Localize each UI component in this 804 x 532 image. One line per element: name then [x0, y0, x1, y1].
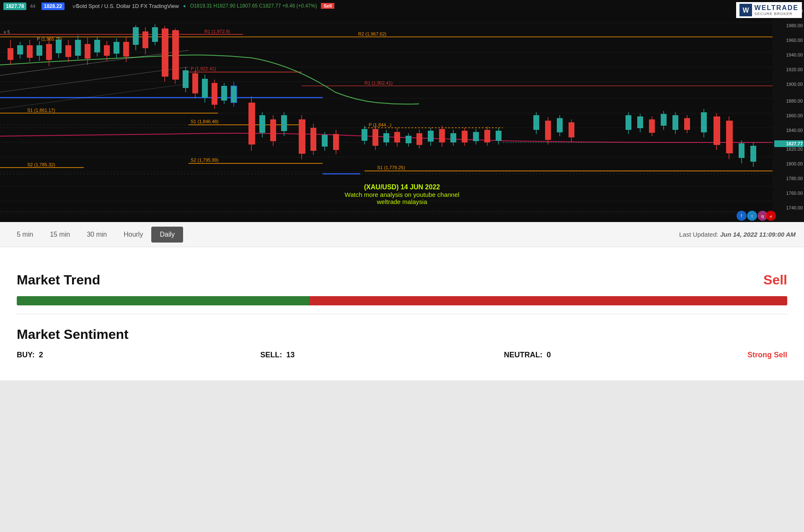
svg-rect-170 [672, 115, 678, 130]
svg-rect-154 [533, 115, 539, 130]
sentiment-sell: SELL: 13 [260, 351, 504, 359]
svg-text:1920.00: 1920.00 [786, 67, 803, 72]
svg-rect-88 [123, 42, 129, 57]
dot-indicator: ● [183, 3, 186, 8]
tab-hourly[interactable]: Hourly [115, 227, 151, 243]
svg-rect-144 [450, 133, 456, 142]
svg-rect-140 [428, 131, 434, 142]
market-trend-title: Market Trend [17, 272, 100, 288]
svg-rect-100 [183, 70, 189, 88]
svg-rect-160 [569, 122, 574, 137]
trend-bar-sell [310, 296, 787, 305]
sentiment-row: BUY: 2 SELL: 13 NEUTRAL: 0 Strong Sell [17, 351, 787, 359]
svg-rect-118 [281, 115, 287, 131]
last-updated: Last Updated: Jun 14, 2022 11:09:00 AM [679, 231, 796, 238]
current-price-green: 1827.78 [3, 3, 26, 10]
svg-rect-76 [65, 45, 71, 57]
svg-text:1840.00: 1840.00 [786, 128, 803, 133]
watermark-line2: Watch more analysis on youtube channel [345, 191, 460, 198]
svg-rect-166 [649, 119, 655, 133]
chart-ohlc: O1819.31 H1827.90 L1807.65 C1827.77 +8.4… [190, 3, 317, 9]
svg-rect-102 [192, 73, 198, 93]
brand-name: WELTRADE [755, 4, 799, 12]
svg-rect-132 [383, 133, 389, 142]
svg-text:R1 (1,972.9): R1 (1,972.9) [204, 29, 230, 34]
svg-text:R2 (1,967.62): R2 (1,967.62) [358, 31, 386, 36]
svg-rect-152 [496, 131, 502, 141]
svg-text:S2 (1,785.32): S2 (1,785.32) [27, 162, 55, 167]
sell-badge: Sell [321, 3, 334, 9]
svg-text:1820.00: 1820.00 [786, 147, 803, 152]
svg-rect-126 [333, 134, 339, 150]
svg-rect-146 [462, 131, 468, 142]
svg-rect-96 [162, 28, 168, 77]
svg-rect-136 [406, 136, 411, 143]
svg-rect-134 [394, 132, 400, 142]
svg-text:1940.00: 1940.00 [786, 52, 803, 57]
svg-rect-164 [637, 116, 643, 128]
svg-text:1780.00: 1780.00 [786, 176, 803, 181]
brand-tagline: SECURE BROKER [755, 12, 793, 16]
svg-rect-78 [75, 40, 81, 56]
watermark-line1: (XAU/USD) 14 JUN 2022 [345, 183, 460, 191]
svg-rect-94 [152, 27, 158, 42]
neutral-label: NEUTRAL: [504, 351, 543, 359]
trend-bar-buy [17, 296, 310, 305]
market-sentiment-section: Market Sentiment BUY: 2 SELL: 13 NEUTRAL… [17, 314, 787, 368]
svg-rect-120 [299, 119, 305, 154]
svg-text:yt: yt [770, 214, 773, 218]
svg-rect-176 [714, 116, 720, 145]
svg-rect-178 [726, 121, 733, 153]
svg-rect-122 [310, 128, 316, 151]
tab-15min[interactable]: 15 min [41, 227, 78, 243]
svg-rect-3 [773, 0, 804, 222]
svg-text:ig: ig [761, 214, 764, 218]
svg-rect-128 [362, 129, 367, 141]
svg-text:P (1,922.41): P (1,922.41) [191, 66, 216, 71]
tab-30min[interactable]: 30 min [78, 227, 115, 243]
svg-text:1900.00: 1900.00 [786, 82, 803, 87]
svg-rect-148 [473, 132, 479, 141]
tab-bar: 5 min 15 min 30 min Hourly Daily Last Up… [0, 222, 804, 247]
svg-text:f: f [741, 214, 742, 218]
svg-text:1800.00: 1800.00 [786, 161, 803, 166]
svg-rect-130 [372, 129, 378, 146]
watermark-line3: weltrade malaysia [345, 198, 460, 205]
tab-5min[interactable]: 5 min [8, 227, 41, 243]
svg-rect-142 [439, 129, 445, 142]
svg-rect-68 [27, 45, 33, 58]
svg-rect-110 [231, 86, 237, 103]
svg-text:S1 (1,861.17): S1 (1,861.17) [27, 108, 55, 113]
weltrade-logo: W WELTRADE SECURE BROKER [736, 2, 802, 18]
svg-rect-162 [626, 115, 631, 130]
svg-rect-138 [416, 133, 422, 145]
svg-rect-124 [322, 135, 328, 147]
spread-indicator: 44 [30, 3, 35, 9]
sell-value: 13 [286, 351, 295, 359]
svg-text:1760.00: 1760.00 [786, 191, 803, 196]
tab-daily[interactable]: Daily [151, 227, 183, 243]
sentiment-signal: Strong Sell [747, 351, 787, 359]
chart-container: W WELTRADE SECURE BROKER 1827.78 44 1828… [0, 0, 804, 222]
market-trend-signal: Sell [763, 272, 787, 288]
svg-text:1980.00: 1980.00 [786, 23, 803, 28]
svg-text:1860.00: 1860.00 [786, 113, 803, 118]
content-area: Market Trend Sell Market Sentiment BUY: … [0, 247, 804, 380]
svg-rect-168 [661, 114, 667, 126]
svg-text:S2 (1,795.99): S2 (1,795.99) [191, 158, 219, 163]
svg-rect-82 [94, 40, 100, 52]
svg-rect-182 [750, 146, 756, 162]
svg-rect-64 [8, 48, 13, 60]
trend-bar [17, 296, 787, 305]
svg-rect-114 [259, 115, 265, 133]
svg-text:W: W [742, 7, 749, 14]
chart-title: Gold Spot / U.S. Dollar 1D FX TradingVie… [75, 3, 179, 9]
svg-text:1960.00: 1960.00 [786, 38, 803, 43]
sell-label: SELL: [260, 351, 282, 359]
market-sentiment-title: Market Sentiment [17, 327, 787, 342]
svg-rect-70 [36, 45, 42, 56]
svg-rect-72 [46, 44, 52, 60]
svg-rect-84 [104, 45, 110, 56]
buy-value: 2 [39, 351, 43, 359]
svg-text:R1 (1,902.41): R1 (1,902.41) [365, 80, 393, 85]
